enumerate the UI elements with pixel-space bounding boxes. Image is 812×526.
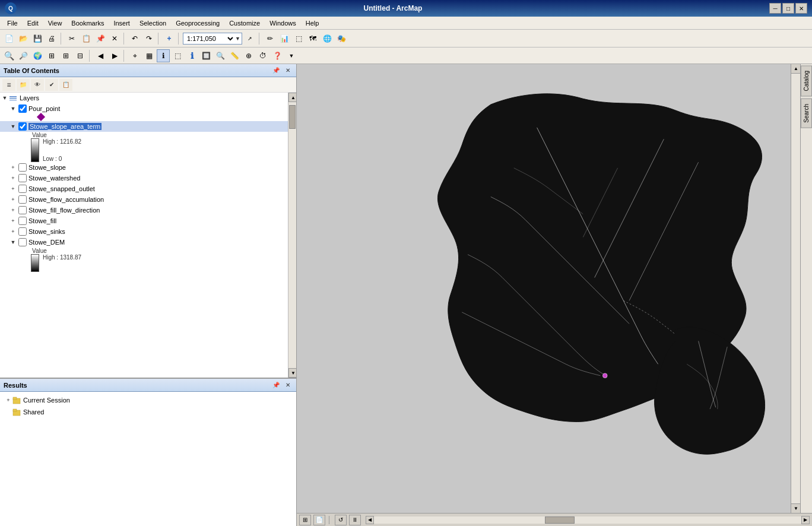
layout-button[interactable]: ⬚ (292, 32, 305, 45)
slope-expand-icon[interactable]: + (9, 164, 17, 171)
measure-button[interactable]: 📏 (228, 49, 241, 62)
arcglobe-button[interactable]: 🌐 (321, 32, 334, 45)
toc-options[interactable]: 📋 (59, 79, 72, 91)
forward-extent-button[interactable]: ▶ (108, 49, 121, 62)
time-slider-button[interactable]: ⏱ (256, 49, 269, 62)
menu-help[interactable]: Help (301, 18, 324, 28)
dem-checkbox[interactable] (18, 238, 27, 246)
current-session-expand[interactable]: + (5, 397, 12, 404)
select-button[interactable]: ℹ (157, 49, 170, 62)
new-button[interactable]: 📄 (2, 32, 15, 45)
fixed-zoom-out-button[interactable]: ⊟ (74, 49, 87, 62)
watershed-checkbox[interactable] (18, 174, 27, 182)
layer-row-fill[interactable]: + Stowe_fill (0, 216, 288, 226)
map-scroll-up-btn[interactable]: ▲ (791, 64, 800, 74)
minimize-button[interactable]: ─ (769, 3, 781, 14)
refresh-btn[interactable]: ↺ (335, 515, 347, 525)
back-extent-button[interactable]: ◀ (94, 49, 107, 62)
menu-windows[interactable]: Windows (265, 18, 301, 28)
zoom-full-button[interactable]: ⊞ (45, 49, 58, 62)
slope-checkbox[interactable] (18, 163, 27, 172)
menu-customize[interactable]: Customize (224, 18, 265, 28)
save-button[interactable]: 💾 (31, 32, 44, 45)
menu-selection[interactable]: Selection (135, 18, 171, 28)
layer-row-slope-area-term[interactable]: ▼ Stowe_slope_area_term (0, 121, 288, 132)
zoom-in-button[interactable]: 🔍 (2, 49, 15, 62)
html-popup-button[interactable]: 🔲 (199, 49, 212, 62)
data-view-btn[interactable]: ⊞ (299, 515, 311, 525)
menu-insert[interactable]: Insert (109, 18, 135, 28)
layer-row-fill-flow-dir[interactable]: + Stowe_fill_flow_direction (0, 205, 288, 216)
results-row-shared[interactable]: Shared (2, 406, 294, 418)
scale-select[interactable]: 1:171,050 1:50,000 1:100,000 (185, 34, 235, 43)
select-features-button[interactable]: ▦ (142, 49, 156, 62)
snapped-outlet-checkbox[interactable] (18, 185, 27, 193)
toc-scroll-down[interactable]: ▼ (288, 368, 296, 378)
undo-button[interactable]: ↶ (128, 32, 141, 45)
fill-flow-dir-checkbox[interactable] (18, 206, 27, 214)
paste-button[interactable]: 📌 (94, 32, 107, 45)
menu-file[interactable]: File (2, 18, 23, 28)
copy-button[interactable]: 📋 (80, 32, 93, 45)
layers-expand-icon[interactable]: ▼ (1, 94, 8, 102)
menu-view[interactable]: View (43, 18, 67, 28)
layout-view-btn[interactable]: 📄 (313, 515, 325, 525)
pour-point-expand-icon[interactable]: ▼ (9, 105, 17, 112)
toc-scroll-up[interactable]: ▲ (288, 93, 296, 102)
cut-button[interactable]: ✂ (65, 32, 78, 45)
results-close-button[interactable]: ✕ (283, 381, 293, 390)
go-to-xy-button[interactable]: ⊕ (242, 49, 255, 62)
redo-button[interactable]: ↷ (142, 32, 156, 45)
results-pin-button[interactable]: 📌 (271, 381, 281, 390)
layer-row-flow-accum[interactable]: + Stowe_flow_accumulation (0, 194, 288, 205)
results-row-current-session[interactable]: + Current Session (2, 394, 294, 406)
arcscene-button[interactable]: 🎭 (335, 32, 348, 45)
fill-checkbox[interactable] (18, 217, 27, 225)
close-button[interactable]: ✕ (795, 3, 807, 14)
toc-list-by-drawing-order[interactable]: ≡ (2, 79, 15, 91)
catalog-tab[interactable]: Catalog (801, 65, 812, 96)
menu-bookmarks[interactable]: Bookmarks (66, 18, 109, 28)
menu-edit[interactable]: Edit (23, 18, 43, 28)
zoom-out-button[interactable]: 🔎 (17, 49, 30, 62)
identify-button[interactable]: 📊 (278, 32, 291, 45)
layer-row-snapped-outlet[interactable]: + Stowe_snapped_outlet (0, 183, 288, 194)
sinks-expand-icon[interactable]: + (9, 228, 17, 235)
layer-row-sinks[interactable]: + Stowe_sinks (0, 226, 288, 237)
open-button[interactable]: 📂 (17, 32, 30, 45)
layer-row-slope[interactable]: + Stowe_slope (0, 162, 288, 173)
print-button[interactable]: 🖨 (45, 32, 58, 45)
add-data-button[interactable]: + (163, 32, 176, 45)
toc-scroll-thumb[interactable] (289, 105, 296, 129)
toc-list-by-source[interactable]: 📁 (17, 79, 30, 91)
editor-toolbar-button[interactable]: ✏ (264, 32, 277, 45)
map-scroll-down-btn[interactable]: ▼ (791, 503, 800, 513)
fill-flow-dir-expand-icon[interactable]: + (9, 207, 17, 214)
flow-accum-checkbox[interactable] (18, 195, 27, 204)
watershed-expand-icon[interactable]: + (9, 175, 17, 182)
arcmap-button[interactable]: 🗺 (306, 32, 319, 45)
hscroll-right-btn[interactable]: ▶ (801, 516, 810, 524)
toc-list-by-selection[interactable]: ✔ (45, 79, 58, 91)
dem-expand-icon[interactable]: ▼ (9, 239, 17, 246)
customize-btn[interactable]: ▼ (285, 49, 298, 62)
scale-combo[interactable]: 1:171,050 1:50,000 1:100,000 ▼ (183, 33, 242, 45)
layer-row-watershed[interactable]: + Stowe_watershed (0, 173, 288, 183)
toc-close-button[interactable]: ✕ (283, 66, 293, 75)
flow-accum-expand-icon[interactable]: + (9, 196, 17, 203)
slope-area-term-expand-icon[interactable]: ▼ (9, 123, 17, 130)
menu-geoprocessing[interactable]: Geoprocessing (171, 18, 224, 28)
layers-group-row[interactable]: ▼ Layers (0, 93, 288, 103)
hscroll-left-btn[interactable]: ◀ (366, 516, 374, 524)
pour-point-checkbox[interactable] (18, 104, 27, 113)
fill-expand-icon[interactable]: + (9, 217, 17, 224)
slope-area-term-checkbox[interactable] (18, 122, 27, 131)
maximize-button[interactable]: □ (782, 3, 794, 14)
clear-selected-button[interactable]: ⬚ (171, 49, 184, 62)
toc-vscrollbar[interactable]: ▲ ▼ (288, 93, 296, 378)
map-canvas[interactable]: ▲ ▼ (297, 64, 800, 513)
edit-select-button[interactable]: ⌖ (128, 49, 141, 62)
pause-btn[interactable]: ⏸ (349, 515, 361, 525)
layer-row-pour-point[interactable]: ▼ Pour_point (0, 103, 288, 114)
layer-row-dem[interactable]: ▼ Stowe_DEM (0, 237, 288, 248)
